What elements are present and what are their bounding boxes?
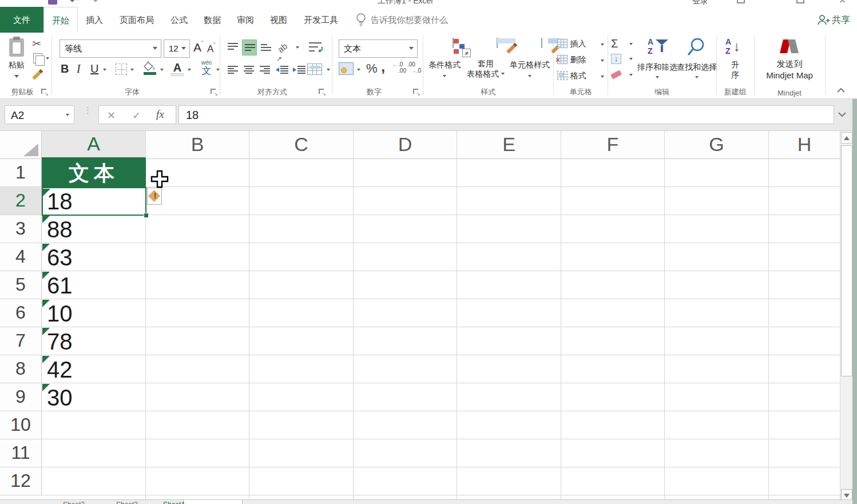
row-header-1[interactable]: 1 — [0, 159, 42, 187]
align-center-button[interactable] — [242, 64, 256, 77]
align-top-button[interactable] — [226, 41, 240, 54]
enter-icon[interactable]: ✓ — [132, 109, 141, 122]
cell-A4[interactable]: 63 — [42, 243, 146, 271]
cell-styles-button[interactable]: 单元格样式 — [508, 37, 552, 89]
font-name-combo[interactable]: 等线 — [59, 39, 161, 58]
column-header-E[interactable]: E — [457, 131, 561, 159]
restore-icon[interactable] — [796, 0, 804, 3]
tab-developer[interactable]: 开发工具 — [297, 7, 344, 33]
percent-style-button[interactable]: % — [366, 61, 378, 76]
fill-color-button[interactable] — [143, 61, 158, 77]
number-format-combo[interactable]: 文本 — [339, 39, 418, 58]
font-size-dropdown-icon[interactable] — [181, 47, 186, 52]
align-left-button[interactable] — [226, 64, 240, 77]
decrease-indent-button[interactable] — [274, 64, 289, 77]
error-checking-button[interactable]: ! — [147, 188, 162, 205]
sheet-tab[interactable]: Sheet2 — [63, 501, 85, 504]
delete-cells-dropdown-icon[interactable] — [601, 59, 604, 64]
underline-button[interactable]: U — [90, 62, 98, 76]
underline-dropdown-icon[interactable] — [103, 69, 106, 73]
bold-button[interactable]: B — [61, 62, 69, 76]
align-middle-button[interactable] — [242, 39, 257, 55]
phonetic-dropdown-icon[interactable] — [216, 69, 220, 73]
insert-cells-button[interactable]: ← 插入 — [557, 38, 605, 52]
font-color-button[interactable]: A — [170, 61, 184, 77]
tab-view[interactable]: 视图 — [264, 7, 293, 33]
paste-button[interactable]: 粘贴 — [3, 37, 30, 86]
insert-function-icon[interactable]: fx — [156, 108, 164, 121]
tell-me-box[interactable]: 告诉我你想要做什么 — [371, 7, 448, 33]
copy-button[interactable] — [33, 53, 42, 64]
orientation-dropdown-icon[interactable] — [296, 46, 299, 50]
merge-dropdown-icon[interactable] — [327, 69, 330, 73]
tab-data[interactable]: 数据 — [198, 7, 227, 33]
cell-A1[interactable]: 文本 — [42, 159, 146, 187]
row-header-11[interactable]: 11 — [0, 439, 42, 467]
name-box[interactable]: A2 — [5, 105, 74, 124]
wrap-text-button[interactable] — [307, 39, 324, 55]
clipboard-dialog-launcher-icon[interactable] — [41, 89, 48, 96]
autosum-button[interactable]: Σ — [611, 37, 634, 51]
accounting-dropdown-icon[interactable] — [357, 69, 360, 73]
fill-handle[interactable] — [144, 213, 149, 218]
cell-A2[interactable]: 18 — [42, 187, 146, 215]
select-all-corner[interactable] — [0, 131, 42, 159]
grow-font-button[interactable]: Aˆ — [193, 41, 203, 54]
format-cells-button[interactable]: 格式 — [557, 70, 605, 84]
cancel-icon[interactable]: ✕ — [107, 109, 116, 122]
active-sheet-tab[interactable] — [183, 500, 243, 504]
column-header-B[interactable]: B — [146, 131, 249, 159]
clear-dropdown-icon[interactable] — [629, 74, 633, 78]
column-header-C[interactable]: C — [249, 131, 354, 159]
row-header-8[interactable]: 8 — [0, 355, 42, 383]
column-header-G[interactable]: G — [665, 131, 769, 159]
row-header-12[interactable]: 12 — [0, 467, 42, 495]
align-bottom-button[interactable] — [259, 41, 273, 54]
tab-review[interactable]: 审阅 — [231, 7, 260, 33]
redo-icon[interactable]: ↷ — [89, 0, 98, 7]
row-header-3[interactable]: 3 — [0, 215, 42, 243]
autosum-dropdown-icon[interactable] — [629, 43, 633, 47]
merge-center-button[interactable] — [307, 64, 324, 77]
cut-button[interactable]: ✂ — [32, 37, 41, 50]
decrease-decimal-button[interactable]: .00 →.0 — [407, 61, 421, 77]
tab-insert[interactable]: 插入 — [80, 7, 109, 33]
share-button[interactable]: 共享 — [832, 7, 850, 33]
number-format-dropdown-icon[interactable] — [409, 47, 414, 52]
copy-dropdown-icon[interactable] — [46, 57, 49, 61]
align-right-button[interactable] — [258, 64, 272, 77]
sign-in-label[interactable]: 登录 — [692, 0, 708, 6]
row-header-6[interactable]: 6 — [0, 299, 42, 327]
paste-dropdown-icon[interactable] — [14, 75, 19, 80]
sort-filter-dropdown-icon[interactable] — [656, 76, 659, 80]
close-icon[interactable]: ✕ — [839, 0, 846, 6]
column-header-D[interactable]: D — [354, 131, 457, 159]
column-header-A[interactable]: A — [42, 131, 146, 159]
row-header-10[interactable]: 10 — [0, 411, 42, 439]
format-as-table-dropdown-icon[interactable] — [501, 73, 505, 77]
increase-decimal-button[interactable]: ←.0 .00 — [392, 61, 406, 77]
conditional-formatting-button[interactable]: ≠ 条件格式 — [427, 37, 462, 89]
comma-style-button[interactable]: , — [381, 58, 385, 76]
tab-formulas[interactable]: 公式 — [165, 7, 193, 33]
formula-input[interactable]: 18 — [178, 105, 834, 124]
font-name-dropdown-icon[interactable] — [153, 47, 157, 52]
borders-dropdown-icon[interactable] — [130, 69, 134, 73]
row-header-4[interactable]: 4 — [0, 243, 42, 271]
font-dialog-launcher-icon[interactable] — [211, 89, 217, 96]
phonetic-guide-button[interactable]: wén 文 — [199, 60, 214, 78]
cell-A8[interactable]: 42 — [42, 355, 146, 383]
font-color-dropdown-icon[interactable] — [188, 69, 191, 73]
cell-A7[interactable]: 78 — [42, 327, 146, 355]
italic-button[interactable]: I — [77, 62, 81, 76]
format-cells-dropdown-icon[interactable] — [601, 76, 604, 80]
alignment-dialog-launcher-icon[interactable] — [319, 89, 326, 96]
number-dialog-launcher-icon[interactable] — [413, 89, 420, 96]
cell-styles-dropdown-icon[interactable] — [528, 75, 531, 79]
fill-color-dropdown-icon[interactable] — [160, 69, 164, 73]
scrollbar-thumb[interactable] — [841, 145, 852, 376]
find-select-dropdown-icon[interactable] — [695, 76, 699, 80]
row-header-5[interactable]: 5 — [0, 271, 42, 299]
name-box-splitter[interactable]: ⋮ — [84, 108, 87, 122]
collapse-ribbon-icon[interactable] — [836, 85, 848, 94]
